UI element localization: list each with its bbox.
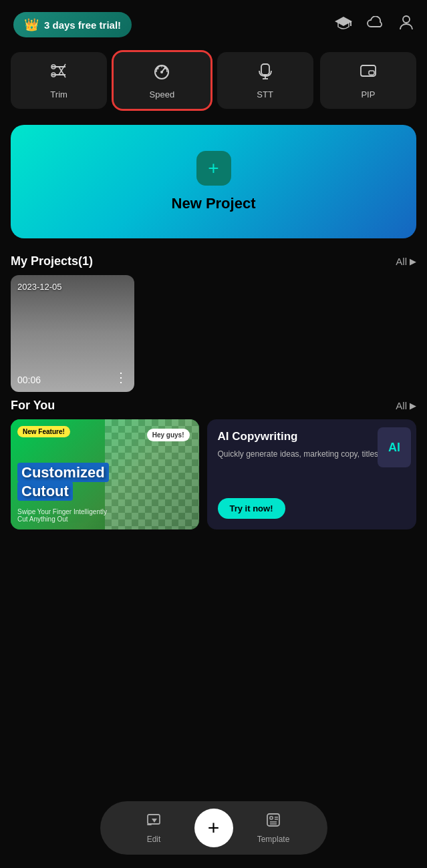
tool-stt[interactable]: STT (217, 52, 313, 109)
svg-rect-23 (270, 817, 273, 819)
template-label: Template (257, 835, 290, 844)
my-projects-header: My Projects(1) All ▶ (0, 248, 427, 275)
crown-icon: 👑 (24, 17, 39, 32)
ai-copy-try-button[interactable]: Try it now! (218, 498, 285, 519)
new-project-label: New Project (172, 195, 256, 212)
for-you-card-ai[interactable]: AI AI Copywriting Quickly generate ideas… (207, 419, 417, 529)
projects-row: 2023-12-05 00:06 ⋮ (0, 275, 427, 392)
edit-label: Edit (147, 835, 161, 844)
tool-grid: Trim Speed STT (0, 45, 427, 116)
for-you-card-cutout[interactable]: New Feature! Hey guys! Customized Cutout… (11, 419, 199, 529)
bottom-nav: Edit + Template (100, 801, 327, 855)
svg-rect-14 (261, 64, 269, 75)
header-icons (335, 15, 414, 35)
stt-label: STT (257, 89, 273, 99)
card-badge: New Feature! (17, 426, 70, 437)
edit-icon (146, 812, 162, 832)
nav-template[interactable]: Template (233, 812, 314, 844)
tool-pip[interactable]: PIP (320, 52, 416, 109)
my-projects-title: My Projects(1) (11, 254, 93, 268)
tool-trim[interactable]: Trim (11, 52, 107, 109)
trim-icon (49, 61, 68, 84)
app-header: 👑 3 days free trial! (0, 0, 427, 45)
for-you-title: For You (11, 399, 55, 413)
new-project-banner[interactable]: + New Project (11, 125, 416, 238)
card-subtitle: Swipe Your Finger Intelligently Cut Anyt… (17, 508, 107, 523)
svg-line-11 (158, 68, 159, 69)
mortarboard-icon[interactable] (335, 15, 352, 34)
trial-badge[interactable]: 👑 3 days free trial! (13, 12, 132, 37)
trim-label: Trim (50, 89, 67, 99)
svg-marker-0 (335, 17, 352, 26)
svg-marker-20 (152, 819, 157, 823)
nav-edit[interactable]: Edit (114, 812, 194, 844)
speed-label: Speed (150, 89, 175, 99)
chevron-right-icon: ▶ (410, 256, 416, 266)
pip-label: PIP (361, 89, 375, 99)
for-you-header: For You All ▶ (0, 392, 427, 419)
project-menu-icon[interactable]: ⋮ (114, 369, 128, 385)
trial-label: 3 days free trial! (44, 19, 121, 31)
ai-icon: AI (378, 427, 411, 467)
svg-rect-18 (369, 71, 374, 75)
project-card[interactable]: 2023-12-05 00:06 ⋮ (11, 275, 134, 392)
project-duration: 00:06 (17, 375, 41, 385)
my-projects-all[interactable]: All ▶ (396, 256, 416, 267)
template-icon (265, 812, 281, 832)
svg-point-10 (160, 71, 163, 73)
project-date: 2023-12-05 (17, 282, 62, 292)
new-project-plus-icon: + (196, 151, 231, 186)
pip-icon (359, 61, 378, 84)
nav-create-button[interactable]: + (194, 809, 233, 847)
for-you-all[interactable]: All ▶ (396, 400, 416, 411)
card-customized-title: Customized Cutout (17, 465, 192, 499)
stt-icon (256, 61, 275, 84)
svg-line-8 (59, 64, 65, 75)
cloud-icon[interactable] (367, 16, 384, 33)
svg-point-2 (403, 16, 410, 23)
plus-icon: + (208, 817, 220, 839)
chevron-right-icon-2: ▶ (410, 401, 416, 411)
hey-bubble: Hey guys! (147, 429, 190, 441)
for-you-row: New Feature! Hey guys! Customized Cutout… (0, 419, 427, 529)
svg-line-7 (59, 67, 65, 77)
person-icon[interactable] (399, 15, 414, 35)
speed-icon (152, 61, 171, 84)
tool-speed[interactable]: Speed (114, 52, 210, 109)
